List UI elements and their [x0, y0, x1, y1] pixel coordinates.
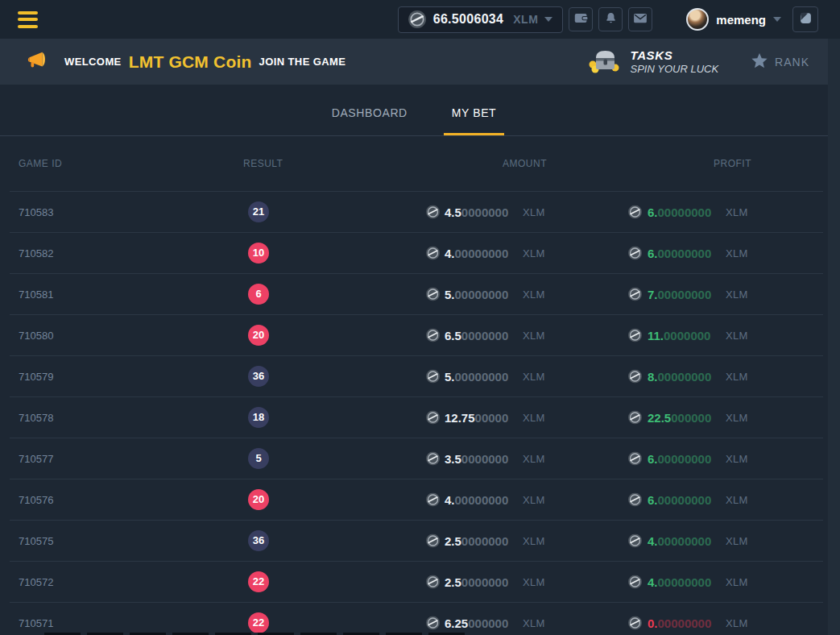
profit-currency: XLM: [726, 452, 748, 464]
table-row[interactable]: 710583 21 4.50000000 XLM 6.00000000 XLM: [0, 191, 840, 232]
megaphone-icon: [24, 49, 48, 75]
balance-currency: XLM: [513, 13, 538, 26]
stellar-coin-icon: [426, 533, 440, 547]
tabs: DASHBOARD MY BET: [0, 85, 840, 136]
result-badge: 36: [248, 530, 269, 551]
amount-value: 3.50000000: [445, 451, 508, 465]
welcome-message: WELCOME LMT GCM Coin JOIN THE GAME: [64, 52, 346, 72]
profit-value: 0.00000000: [648, 616, 711, 629]
table-body: 710583 21 4.50000000 XLM 6.00000000 XLM …: [0, 191, 840, 635]
game-id: 710583: [19, 205, 53, 218]
result-badge: 20: [248, 325, 269, 346]
coin-name: LMT GCM Coin: [129, 52, 252, 72]
result-badge: 36: [248, 366, 269, 387]
table-row[interactable]: 710581 6 5.00000000 XLM 7.00000000 XLM: [0, 273, 840, 314]
game-id: 710581: [19, 288, 53, 300]
tab-dashboard[interactable]: DASHBOARD: [324, 85, 416, 135]
result-badge: 6: [248, 284, 269, 305]
mail-icon: [633, 12, 648, 27]
profit-value: 6.00000000: [648, 246, 711, 259]
table-row[interactable]: 710572 22 2.50000000 XLM 4.00000000 XLM: [0, 561, 840, 602]
amount-currency: XLM: [523, 411, 545, 423]
messages-button[interactable]: [628, 7, 652, 31]
profit-value: 11.0000000: [648, 328, 710, 342]
chat-button[interactable]: [792, 6, 818, 32]
amount-currency: XLM: [523, 247, 545, 259]
profit-value: 4.00000000: [648, 533, 711, 547]
amount-currency: XLM: [523, 616, 545, 629]
menu-icon: [18, 11, 38, 15]
stellar-coin-icon: [426, 246, 440, 259]
app-root: 66.5006034 XLM memeng: [0, 0, 840, 635]
amount-value: 4.00000000: [445, 246, 508, 259]
menu-icon: [18, 25, 38, 28]
tasks-text: TASKS SPIN YOUR LUCK: [631, 48, 719, 75]
table-row[interactable]: 710580 20 6.50000000 XLM 11.0000000 XLM: [0, 314, 840, 355]
result-badge: 5: [248, 448, 269, 469]
stellar-coin-icon: [628, 533, 642, 547]
result-badge: 20: [248, 489, 269, 510]
right-edge-panel: [828, 39, 840, 635]
header-profit: PROFIT: [714, 158, 751, 169]
amount-currency: XLM: [523, 534, 545, 546]
stellar-coin-icon: [628, 328, 642, 342]
balance-selector[interactable]: 66.5006034 XLM: [398, 6, 564, 33]
caret-down-icon: [773, 17, 781, 22]
stellar-coin-icon: [426, 492, 440, 506]
amount-currency: XLM: [523, 329, 545, 341]
profit-currency: XLM: [726, 534, 748, 546]
amount-value: 5.00000000: [445, 369, 508, 383]
amount-currency: XLM: [523, 205, 545, 218]
stellar-coin-icon: [426, 575, 440, 588]
amount-value: 5.00000000: [445, 287, 508, 301]
game-id: 710571: [19, 616, 53, 629]
profit-value: 6.00000000: [648, 492, 711, 506]
menu-button[interactable]: [18, 11, 39, 28]
stellar-coin-icon: [628, 575, 642, 588]
stellar-coin-icon: [628, 616, 642, 629]
stellar-coin-icon: [628, 410, 642, 424]
amount-value: 4.50000000: [445, 205, 508, 218]
profit-currency: XLM: [726, 247, 748, 259]
tasks-title: TASKS: [631, 48, 719, 62]
wallet-button[interactable]: [569, 7, 593, 31]
header-game-id: GAME ID: [19, 158, 62, 169]
tab-my-bet[interactable]: MY BET: [444, 85, 504, 135]
table-row[interactable]: 710577 5 3.50000000 XLM 6.00000000 XLM: [0, 438, 840, 479]
stellar-coin-icon: [426, 205, 440, 218]
bell-icon: [604, 11, 618, 28]
notifications-button[interactable]: [598, 7, 623, 31]
topbar: 66.5006034 XLM memeng: [0, 0, 840, 39]
tasks-button[interactable]: TASKS SPIN YOUR LUCK: [586, 45, 719, 79]
table-row[interactable]: 710576 20 4.00000000 XLM 6.00000000 XLM: [0, 479, 840, 520]
chest-icon: [586, 45, 623, 79]
stellar-coin-icon: [426, 287, 440, 301]
user-menu[interactable]: memeng: [686, 8, 781, 31]
table-row[interactable]: 710575 36 2.50000000 XLM 4.00000000 XLM: [0, 520, 840, 561]
welcome-suffix: JOIN THE GAME: [259, 56, 346, 68]
amount-value: 4.00000000: [445, 492, 508, 506]
stellar-coin-icon: [628, 492, 642, 506]
stellar-coin-icon: [426, 410, 440, 424]
table-row[interactable]: 710571 22 6.25000000 XLM 0.00000000 XLM: [0, 602, 840, 635]
game-id: 710575: [19, 534, 53, 546]
profit-value: 7.00000000: [648, 287, 711, 301]
result-badge: 10: [248, 243, 269, 264]
caret-down-icon: [544, 17, 552, 22]
amount-value: 2.50000000: [445, 533, 508, 547]
game-id: 710579: [19, 370, 53, 382]
game-id: 710578: [19, 411, 53, 423]
profit-currency: XLM: [726, 575, 748, 587]
amount-currency: XLM: [523, 493, 545, 505]
table-row[interactable]: 710582 10 4.00000000 XLM 6.00000000 XLM: [0, 232, 840, 273]
header-amount: AMOUNT: [503, 158, 547, 169]
stellar-coin-icon: [628, 205, 642, 218]
profit-value: 6.00000000: [648, 205, 711, 218]
table-row[interactable]: 710579 36 5.00000000 XLM 8.00000000 XLM: [0, 355, 840, 396]
balance-value: 66.5006034: [433, 12, 504, 27]
table-row[interactable]: 710578 18 12.7500000 XLM 22.5000000 XLM: [0, 396, 840, 438]
rank-button[interactable]: RANK: [751, 52, 809, 72]
profit-value: 22.5000000: [648, 410, 711, 424]
game-id: 710577: [19, 452, 53, 464]
game-id: 710572: [19, 575, 53, 587]
